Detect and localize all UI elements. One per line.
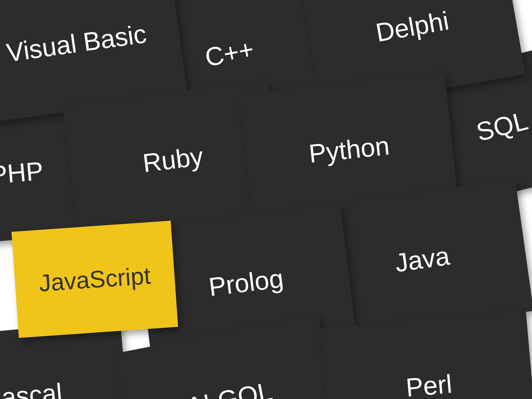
- card-label-visual-basic: Visual Basic: [5, 18, 148, 68]
- card-label-prolog: Prolog: [207, 263, 285, 302]
- card-label-pascal: Pascal: [0, 377, 64, 399]
- card-javascript: JavaScript: [11, 221, 178, 338]
- card-label-ruby: Ruby: [141, 141, 205, 179]
- card-label-delphi: Delphi: [373, 5, 451, 48]
- card-pile: Visual BasicC++DelphiPHPRubyPythonSQLJav…: [0, 0, 532, 399]
- card-label-javascript: JavaScript: [38, 262, 151, 297]
- card-label-python: Python: [307, 130, 391, 169]
- card-label-java: Java: [393, 240, 452, 278]
- card-label-algol: ALGOL: [184, 376, 275, 399]
- card-label-sql: SQL: [473, 105, 531, 147]
- card-label-cpp: C++: [202, 34, 256, 72]
- card-label-perl: Perl: [405, 369, 453, 399]
- card-label-php: PHP: [0, 156, 45, 191]
